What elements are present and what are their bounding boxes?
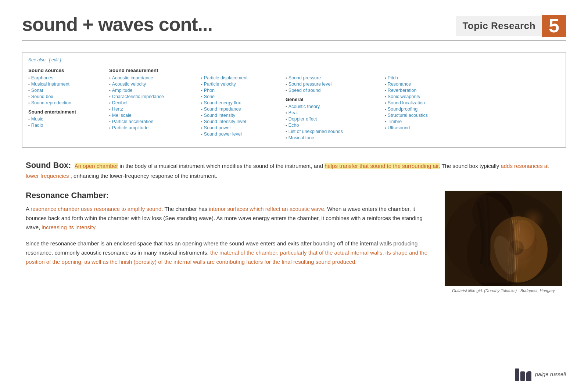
sound-box-text3: , enhancing the lower-frequency response… — [71, 173, 217, 179]
list-item[interactable]: Particle displacement — [201, 75, 278, 80]
page: sound + waves cont... Topic Research 5 S… — [0, 0, 588, 392]
sound-box-text1: in the body of a musical instrument whic… — [119, 163, 325, 169]
list-item[interactable]: Sound localization — [385, 100, 466, 105]
list-item[interactable]: Sound reproduction — [28, 100, 102, 105]
resonance-title: Resonance Chamber: — [26, 191, 434, 200]
svg-line-10 — [513, 220, 516, 283]
list-item[interactable]: Earphones — [28, 75, 102, 80]
sound-box-title: Sound Box: — [26, 161, 71, 170]
list-item[interactable]: Doppler effect — [286, 116, 377, 122]
col-pitch-resonance: — Pitch Resonance Reverberation Sonic we… — [385, 66, 466, 141]
list-item[interactable]: Sonar — [28, 88, 102, 93]
svg-point-1 — [445, 191, 562, 286]
sound-box-text2: The sound box typically — [441, 163, 501, 169]
list-item[interactable]: List of unexplained sounds — [286, 129, 377, 134]
resonance-paragraph1: A resonance chamber uses resonance to am… — [26, 205, 434, 232]
list-item[interactable]: Acoustic velocity — [109, 82, 194, 87]
measurement-list: Acoustic impedance Acoustic velocity Amp… — [109, 75, 194, 130]
list-item[interactable]: Hertz — [109, 107, 194, 112]
pitch-list: Pitch Resonance Reverberation Sonic weap… — [385, 75, 466, 130]
res-highlight1: resonance chamber uses resonance to ampl… — [31, 206, 163, 212]
list-item[interactable]: Sound pressure level — [286, 82, 377, 87]
list-item[interactable]: Amplitude — [109, 88, 194, 93]
col-header-measurement: Sound measurement — [109, 68, 194, 73]
list-item[interactable]: Particle amplitude — [109, 125, 194, 130]
col-sound-pressure: — Sound pressure Sound pressure level Sp… — [286, 66, 377, 141]
guitar-image — [445, 191, 562, 286]
logo-icon — [515, 367, 531, 381]
list-item[interactable]: Musical tone — [286, 135, 377, 140]
resonance-paragraph2: Since the resonance chamber is an enclos… — [26, 239, 434, 266]
list-item[interactable]: Decibel — [109, 100, 194, 105]
list-item[interactable]: Resonance — [385, 82, 466, 87]
footer-name: paige russell — [535, 371, 566, 377]
list-item[interactable]: Sound impedance — [201, 107, 278, 112]
list-item[interactable]: Ultrasound — [385, 125, 466, 130]
res-highlight3: increasing its intensity. — [42, 224, 97, 230]
list-item[interactable]: Sound intensity — [201, 113, 278, 118]
svg-point-3 — [467, 216, 526, 286]
resonance-section: Resonance Chamber: A resonance chamber u… — [26, 191, 562, 293]
footer-logo: paige russell — [515, 367, 566, 381]
list-item[interactable]: Sound box — [28, 94, 102, 99]
list-item[interactable]: Speed of sound — [286, 88, 377, 93]
list-item[interactable]: Musical instrument — [28, 82, 102, 87]
svg-line-7 — [507, 220, 511, 283]
list-item[interactable]: Phon — [201, 88, 278, 93]
svg-line-9 — [511, 220, 514, 283]
list-item[interactable]: Sound pressure — [286, 75, 377, 80]
svg-point-2 — [472, 193, 513, 233]
list-item[interactable]: Echo — [286, 123, 377, 128]
svg-point-14 — [513, 220, 535, 249]
list-item[interactable]: Mel scale — [109, 113, 194, 118]
col-subheader-entertainment: Sound entertainment — [28, 109, 102, 115]
list-item[interactable]: Pitch — [385, 75, 466, 80]
svg-point-5 — [500, 222, 537, 262]
list-item[interactable]: Characteristic impedance — [109, 94, 194, 99]
list-item[interactable]: Soundproofing — [385, 107, 466, 112]
general-list: Acoustic theory Beat Doppler effect Echo… — [286, 104, 377, 140]
res-highlight4: the material of the chamber, particularl… — [26, 249, 427, 265]
col-sound-sources: Sound sources Earphones Musical instrume… — [28, 66, 102, 141]
particle-list: Particle displacement Particle velocity … — [201, 75, 278, 137]
svg-rect-16 — [520, 371, 525, 381]
list-item[interactable]: Sound energy flux — [201, 100, 278, 105]
list-item[interactable]: Sonic weaponry — [385, 94, 466, 99]
list-item[interactable]: Beat — [286, 110, 377, 115]
res-highlight2: interior surfaces which reflect an acous… — [209, 206, 326, 212]
col-header-sound-sources: Sound sources — [28, 68, 102, 73]
list-item[interactable]: Acoustic impedance — [109, 75, 194, 80]
list-item[interactable]: Music — [28, 116, 102, 122]
list-item[interactable]: Radio — [28, 123, 102, 128]
image-container: Guitarist little girl. (Dorothy Takacks)… — [445, 191, 562, 293]
entertainment-list: Music Radio — [28, 116, 102, 128]
list-item[interactable]: Structural acoustics — [385, 113, 466, 118]
svg-point-6 — [509, 240, 524, 255]
svg-line-12 — [516, 220, 520, 283]
edit-link[interactable]: [ edit ] — [49, 57, 61, 62]
sound-box-highlight1: An open chamber — [75, 163, 118, 169]
badge-text: Topic Research — [456, 16, 542, 36]
list-item[interactable]: Sound power — [201, 125, 278, 130]
svg-line-8 — [509, 220, 513, 283]
list-item[interactable]: Sound intensity level — [201, 119, 278, 124]
svg-point-4 — [489, 216, 548, 283]
list-item[interactable]: Sound power level — [201, 132, 278, 137]
svg-line-11 — [514, 220, 518, 283]
see-also-section: See also [ edit ] Sound sources Earphone… — [22, 52, 566, 148]
svg-point-13 — [490, 233, 521, 277]
list-item[interactable]: Reverberation — [385, 88, 466, 93]
badge-number: 5 — [542, 15, 566, 37]
list-item[interactable]: Timbre — [385, 119, 466, 124]
topic-research-badge: Topic Research 5 — [456, 15, 566, 37]
col-subheader-general: General — [286, 97, 377, 102]
see-also-label: See also — [28, 57, 46, 62]
sound-sources-list: Earphones Musical instrument Sonar Sound… — [28, 75, 102, 105]
list-item[interactable]: Acoustic theory — [286, 104, 377, 109]
list-item[interactable]: Sone — [201, 94, 278, 99]
list-item[interactable]: Particle velocity — [201, 82, 278, 87]
list-item[interactable]: Particle acceleration — [109, 119, 194, 124]
sound-box-section: Sound Box: An open chamber in the body o… — [26, 159, 562, 180]
see-also-header: See also [ edit ] — [28, 57, 560, 62]
pressure-list: Sound pressure Sound pressure level Spee… — [286, 75, 377, 93]
